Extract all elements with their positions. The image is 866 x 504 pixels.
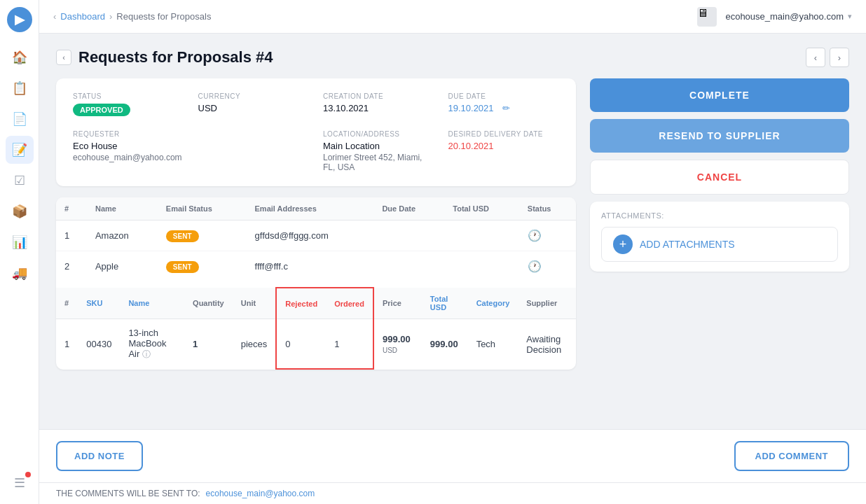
clock-icon: 🕐	[528, 230, 542, 241]
topnav-right: 🖥 ecohouse_main@yahoo.com ▾	[697, 7, 852, 27]
chevron-left-icon: ‹	[53, 11, 56, 22]
comments-sent-email: ecohouse_main@yahoo.com	[206, 489, 315, 498]
col-email-status: Email Status	[158, 197, 247, 220]
item-col-quantity: Quantity	[184, 288, 233, 319]
resend-button[interactable]: RESEND TO SUPPLIER	[590, 119, 849, 153]
breadcrumb-current: Requests for Proposals	[116, 11, 211, 22]
col-email-addresses: Email Addresses	[247, 197, 374, 220]
item-unit: pieces	[233, 319, 277, 370]
cancel-button[interactable]: CANCEL	[590, 160, 849, 195]
row-email-status: SENT	[158, 251, 247, 282]
comments-sent-label: THE COMMENTS WILL BE SENT TO:	[56, 489, 200, 498]
add-comment-button[interactable]: ADD COMMENT	[734, 441, 849, 471]
user-menu[interactable]: ecohouse_main@yahoo.com ▾	[725, 11, 852, 22]
status-badge: APPROVED	[73, 104, 130, 116]
sidebar-item-approvals[interactable]: ☑	[6, 167, 34, 195]
page-header-right: ‹ ›	[806, 48, 849, 67]
requester-email: ecohouse_main@yahoo.com	[73, 153, 184, 162]
items-table: # SKU Name Quantity Unit Rejected Ordere…	[56, 287, 576, 370]
item-num: 1	[56, 319, 78, 370]
item-col-num: #	[56, 288, 78, 319]
status-label: STATUS	[73, 92, 184, 100]
row-num: 1	[56, 220, 87, 251]
col-due-date: Due Date	[373, 197, 444, 220]
col-name: Name	[87, 197, 158, 220]
page-content: ‹ Requests for Proposals #4 ‹ › STATUS A…	[39, 34, 866, 429]
bottom-right: ADD COMMENT	[734, 441, 849, 471]
creation-date-value: 13.10.2021	[323, 103, 434, 113]
user-email: ecohouse_main@yahoo.com	[725, 11, 844, 22]
item-ordered: 1	[326, 319, 373, 370]
requester-label: REQUESTER	[73, 130, 184, 138]
top-navigation: ‹ Dashboard › Requests for Proposals 🖥 e…	[39, 0, 866, 34]
bottom-bar: ADD NOTE ADD COMMENT	[39, 429, 866, 482]
suppliers-table-container: # Name Email Status Email Addresses Due …	[56, 197, 576, 370]
page-header: ‹ Requests for Proposals #4 ‹ ›	[56, 48, 849, 67]
edit-icon[interactable]: ✏	[502, 103, 510, 113]
attachments-label: ATTACHMENTS:	[601, 211, 838, 220]
comments-sent-bar: THE COMMENTS WILL BE SENT TO: ecohouse_m…	[39, 482, 866, 504]
col-num: #	[56, 197, 87, 220]
row-total-usd	[444, 220, 519, 251]
breadcrumb: ‹ Dashboard › Requests for Proposals	[53, 11, 211, 22]
info-grid: STATUS APPROVED CURRENCY USD CREATION DA…	[73, 92, 559, 172]
row-due-date	[373, 220, 444, 251]
add-attachments-button[interactable]: + ADD ATTACHMENTS	[601, 227, 838, 262]
sidebar-item-orders[interactable]: 📦	[6, 197, 34, 225]
row-status: 🕐	[519, 220, 576, 251]
item-col-supplier: Supplier	[518, 288, 576, 319]
main-layout: STATUS APPROVED CURRENCY USD CREATION DA…	[56, 78, 849, 370]
item-category: Tech	[468, 319, 518, 370]
currency-value: USD	[198, 103, 310, 113]
item-price: 999.00 USD	[373, 319, 422, 370]
item-quantity: 1	[184, 319, 233, 370]
sidebar-item-requests[interactable]: 📋	[6, 74, 34, 102]
col-total-usd: Total USD	[444, 197, 519, 220]
item-col-rejected: Rejected	[276, 288, 326, 319]
page-header-left: ‹ Requests for Proposals #4	[56, 48, 273, 66]
location-label: LOCATION/ADDRESS	[323, 130, 434, 138]
row-status: 🕐	[519, 251, 576, 282]
clock-icon: 🕐	[528, 260, 542, 272]
prev-button[interactable]: ‹	[806, 48, 825, 67]
status-field: STATUS APPROVED	[73, 92, 184, 116]
table-row[interactable]: 1 00430 13-inch MacBook Air ⓘ 1 pieces 0…	[56, 319, 576, 370]
row-name: Apple	[87, 251, 158, 282]
app-logo[interactable]: ▶	[7, 7, 32, 32]
item-total-usd: 999.00	[422, 319, 468, 370]
sidebar-item-settings[interactable]: ☰	[6, 469, 34, 497]
next-button[interactable]: ›	[830, 48, 849, 67]
table-row[interactable]: 1 Amazon SENT gffdsd@ffggg.com 🕐	[56, 220, 576, 251]
item-col-name: Name	[120, 288, 184, 319]
desired-delivery-label: DESIRED DELIVERY DATE	[448, 130, 560, 138]
sidebar-item-proposals[interactable]: 📝	[6, 136, 34, 164]
requester-field: REQUESTER Eco House ecohouse_main@yahoo.…	[73, 130, 184, 172]
currency-label: CURRENCY	[198, 92, 310, 100]
sidebar-item-home[interactable]: 🏠	[6, 43, 34, 71]
table-row[interactable]: 2 Apple SENT ffff@fff.c 🕐	[56, 251, 576, 282]
sidebar-item-reports[interactable]: 📊	[6, 228, 34, 256]
suppliers-table: # Name Email Status Email Addresses Due …	[56, 197, 576, 281]
creation-date-field: CREATION DATE 13.10.2021	[323, 92, 434, 116]
row-due-date	[373, 251, 444, 282]
chevron-down-icon: ▾	[848, 12, 852, 21]
info-card: STATUS APPROVED CURRENCY USD CREATION DA…	[56, 78, 576, 186]
item-col-total-usd: Total USD	[422, 288, 468, 319]
items-table-wrapper: # SKU Name Quantity Unit Rejected Ordere…	[56, 287, 576, 370]
sidebar-item-documents[interactable]: 📄	[6, 105, 34, 133]
right-panel: COMPLETE RESEND TO SUPPLIER CANCEL ATTAC…	[590, 78, 849, 370]
item-sku: 00430	[78, 319, 120, 370]
complete-button[interactable]: COMPLETE	[590, 78, 849, 112]
breadcrumb-dashboard[interactable]: Dashboard	[60, 11, 105, 22]
item-col-ordered: Ordered	[326, 288, 373, 319]
collapse-button[interactable]: ‹	[56, 50, 71, 65]
location-address: Lorimer Street 452, Miami, FL, USA	[323, 153, 434, 172]
avatar: 🖥	[697, 7, 717, 27]
item-name: 13-inch MacBook Air ⓘ	[120, 319, 184, 370]
row-num: 2	[56, 251, 87, 282]
sidebar-item-delivery[interactable]: 🚚	[6, 259, 34, 287]
requester-name: Eco House	[73, 141, 184, 151]
currency-field: CURRENCY USD	[198, 92, 310, 116]
due-date-field: DUE DATE 19.10.2021 ✏	[448, 92, 560, 116]
add-note-button[interactable]: ADD NOTE	[56, 441, 143, 471]
